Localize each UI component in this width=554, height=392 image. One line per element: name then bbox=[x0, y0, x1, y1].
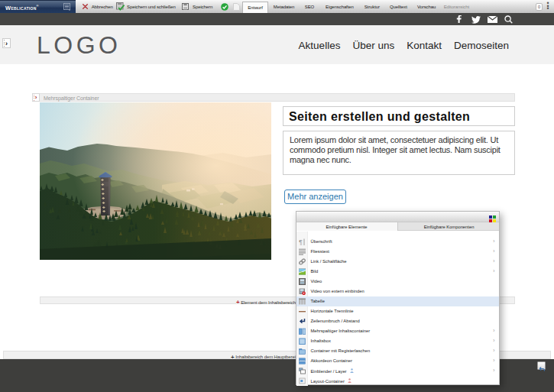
svg-text:¶: ¶ bbox=[299, 238, 303, 245]
